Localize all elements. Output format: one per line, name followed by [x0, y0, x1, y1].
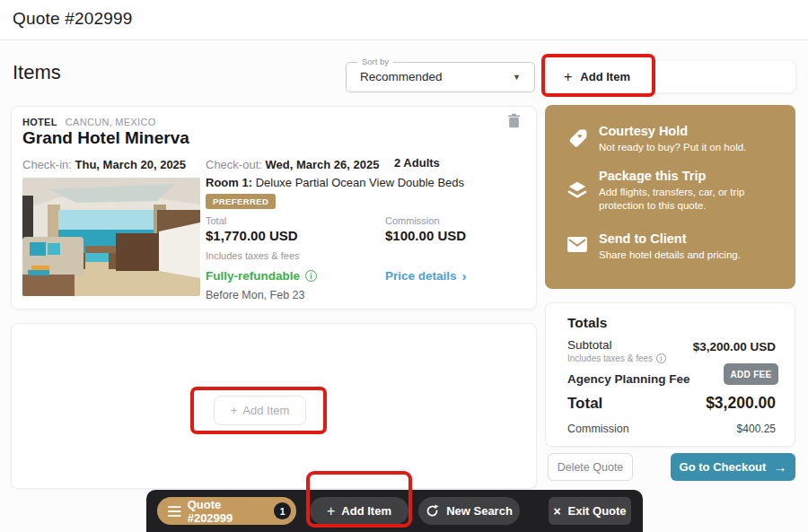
item-location: CANCUN, MEXICO — [66, 117, 156, 127]
add-item-toolbar: + Add Item — [545, 61, 795, 92]
envelope-icon — [567, 237, 587, 256]
commission-value: $100.00 USD — [385, 228, 466, 243]
add-fee-button[interactable]: ADD FEE — [724, 363, 778, 385]
item-count-badge: 1 — [274, 502, 291, 519]
check-in: Check-in: Thu, March 20, 2025 — [22, 156, 186, 172]
items-heading: Items — [13, 61, 61, 84]
grand-total-value: $3,200.00 — [706, 394, 776, 413]
total-label: Total — [206, 215, 226, 226]
new-search-button[interactable]: New Search — [418, 497, 520, 525]
chevron-right-icon: › — [462, 269, 467, 283]
subtotal-value: $3,200.00 USD — [693, 340, 776, 353]
sort-by-value: Recommended — [360, 63, 443, 92]
total-commission-label: Commission — [567, 423, 629, 435]
info-icon[interactable]: i — [305, 270, 317, 282]
totals-heading: Totals — [567, 315, 608, 331]
layers-icon — [567, 181, 587, 203]
item-type-label: HOTEL — [22, 117, 57, 127]
refund-deadline: Before Mon, Feb 23 — [206, 289, 304, 301]
check-out: Check-out: Wed, March 26, 2025 — [206, 156, 379, 172]
add-item-button-bottom[interactable]: + Add Item — [310, 497, 408, 525]
tag-heart-icon — [567, 128, 588, 153]
plus-icon: + — [327, 504, 335, 519]
guest-count: 2 Adults — [394, 156, 440, 170]
taxes-note: Includes taxes & fees — [206, 250, 300, 261]
plus-icon: + — [231, 404, 238, 417]
info-icon[interactable]: i — [656, 353, 666, 363]
hotel-item-card: HOTEL CANCUN, MEXICO Grand Hotel Minerva… — [11, 106, 537, 310]
commission-label: Commission — [385, 215, 440, 226]
quote-menu-button[interactable]: Quote #202999 1 — [157, 497, 296, 525]
delete-quote-button[interactable]: Delete Quote — [548, 453, 633, 481]
totals-panel: Totals Subtotal Includes taxes & fees i … — [545, 302, 795, 447]
refresh-icon — [426, 504, 439, 518]
subtotal-label: Subtotal — [567, 338, 612, 352]
delete-item-button[interactable] — [507, 113, 525, 131]
hotel-name: Grand Hotel Minerva — [22, 128, 189, 148]
quote-toolbar: Quote #202999 1 + Add Item New Search × … — [146, 490, 643, 532]
room-description: Room 1: Deluxe Partial Ocean View Double… — [206, 176, 464, 189]
agency-fee-label: Agency Planning Fee — [567, 372, 690, 386]
empty-item-card: + Add Item — [11, 323, 537, 489]
page-header: Quote #202999 — [0, 0, 808, 40]
promo-panel: Courtesy Hold Not ready to buy? Put it o… — [545, 105, 795, 289]
add-item-button-empty[interactable]: + Add Item — [214, 396, 306, 425]
sort-by-select[interactable]: Sort by Recommended ▼ — [346, 62, 535, 92]
page-title: Quote #202999 — [13, 9, 133, 29]
trash-icon — [507, 113, 521, 128]
add-item-button-top[interactable]: + Add Item — [545, 61, 630, 92]
total-value: $1,770.00 USD — [206, 228, 298, 243]
total-commission-value: $400.25 — [737, 423, 776, 435]
dropdown-arrow-icon: ▼ — [513, 73, 521, 82]
preferred-badge: PREFERRED — [206, 194, 276, 209]
hotel-photo — [22, 178, 200, 296]
menu-icon — [168, 506, 181, 517]
arrow-right-icon: → — [773, 459, 786, 475]
subtotal-taxes-note: Includes taxes & fees i — [567, 353, 666, 363]
refundable-status: Fully-refundable i — [206, 269, 317, 283]
close-icon: × — [553, 505, 560, 518]
price-details-link[interactable]: Price details › — [385, 269, 467, 283]
grand-total-label: Total — [567, 395, 602, 413]
exit-quote-button[interactable]: × Exit Quote — [549, 497, 631, 525]
go-to-checkout-button[interactable]: Go to Checkout → — [671, 453, 795, 481]
plus-icon: + — [564, 70, 572, 84]
